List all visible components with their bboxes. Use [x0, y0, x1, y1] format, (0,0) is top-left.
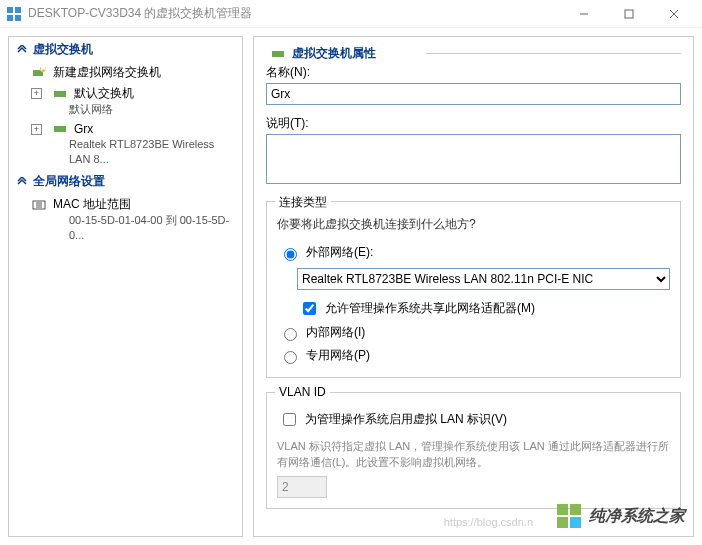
radio-external-label: 外部网络(E): — [306, 244, 373, 261]
titlebar: DESKTOP-CV33D34 的虚拟交换机管理器 — [0, 0, 702, 28]
name-label: 名称(N): — [266, 64, 681, 81]
url-watermark: https://blog.csdn.n — [444, 516, 533, 528]
maximize-button[interactable] — [606, 0, 651, 28]
right-properties-panel: 虚拟交换机属性 名称(N): 说明(T): 连接类型 你要将此虚拟交换机连接到什… — [253, 36, 694, 537]
radio-private-label: 专用网络(P) — [306, 347, 370, 364]
vlan-id-input — [277, 476, 327, 498]
radio-internal[interactable]: 内部网络(I) — [277, 321, 670, 344]
brand-watermark-label: 纯净系统之家 — [589, 506, 685, 527]
expand-icon[interactable]: + — [31, 124, 42, 135]
svg-rect-21 — [570, 517, 581, 528]
content-area: 虚拟交换机 ★ 新建虚拟网络交换机 + 默认交换机 默认网络 + Grx Rea… — [0, 28, 702, 545]
connection-title: 连接类型 — [275, 194, 331, 211]
app-icon — [6, 6, 22, 22]
left-tree-panel: 虚拟交换机 ★ 新建虚拟网络交换机 + 默认交换机 默认网络 + Grx Rea… — [8, 36, 243, 537]
radio-external[interactable]: 外部网络(E): — [277, 241, 670, 264]
panel-header: 虚拟交换机属性 — [266, 53, 681, 54]
mac-range-icon — [31, 197, 47, 213]
radio-internal-label: 内部网络(I) — [306, 324, 365, 341]
svg-rect-17 — [272, 51, 284, 57]
switch-icon — [270, 46, 286, 62]
switch-icon — [52, 121, 68, 137]
tree-item-mac-range-sub: 00-15-5D-01-04-00 到 00-15-5D-0... — [31, 213, 236, 243]
svg-rect-5 — [625, 10, 633, 18]
tree-item-default-switch[interactable]: + 默认交换机 默认网络 — [9, 83, 242, 119]
desc-label: 说明(T): — [266, 115, 681, 132]
radio-private-input[interactable] — [284, 351, 297, 364]
svg-text:★: ★ — [38, 65, 48, 74]
svg-rect-2 — [7, 15, 13, 21]
adapter-select[interactable]: Realtek RTL8723BE Wireless LAN 802.11n P… — [297, 268, 670, 290]
desc-textarea[interactable] — [266, 134, 681, 184]
svg-rect-11 — [54, 91, 66, 97]
checkbox-allow-mgmt-input[interactable] — [303, 302, 316, 315]
tree-section-switches-label: 虚拟交换机 — [33, 41, 93, 58]
connection-question: 你要将此虚拟交换机连接到什么地方? — [277, 216, 670, 233]
chevron-up-icon — [15, 43, 29, 57]
tree-item-grx[interactable]: + Grx Realtek RTL8723BE Wireless LAN 8..… — [9, 119, 242, 169]
tree-item-new-switch-label: 新建虚拟网络交换机 — [53, 64, 161, 81]
svg-rect-18 — [557, 504, 568, 515]
checkbox-allow-mgmt-label: 允许管理操作系统共享此网络适配器(M) — [325, 300, 535, 317]
name-input[interactable] — [266, 83, 681, 105]
tree-section-global[interactable]: 全局网络设置 — [9, 169, 242, 194]
panel-header-label: 虚拟交换机属性 — [292, 45, 376, 62]
vlan-desc: VLAN 标识符指定虚拟 LAN，管理操作系统使用该 LAN 通过此网络适配器进… — [277, 438, 670, 470]
checkbox-allow-mgmt[interactable]: 允许管理操作系统共享此网络适配器(M) — [297, 296, 670, 321]
vlan-groupbox: VLAN ID 为管理操作系统启用虚拟 LAN 标识(V) VLAN 标识符指定… — [266, 392, 681, 509]
tree-section-switches[interactable]: 虚拟交换机 — [9, 37, 242, 62]
svg-rect-1 — [15, 7, 21, 13]
radio-private[interactable]: 专用网络(P) — [277, 344, 670, 367]
tree-item-grx-sub: Realtek RTL8723BE Wireless LAN 8... — [31, 137, 236, 167]
checkbox-vlan-enable[interactable]: 为管理操作系统启用虚拟 LAN 标识(V) — [277, 407, 670, 432]
connection-groupbox: 连接类型 你要将此虚拟交换机连接到什么地方? 外部网络(E): Realtek … — [266, 201, 681, 378]
window-buttons — [561, 0, 696, 28]
checkbox-vlan-enable-label: 为管理操作系统启用虚拟 LAN 标识(V) — [305, 411, 507, 428]
brand-watermark: 纯净系统之家 — [555, 502, 685, 530]
tree-section-global-label: 全局网络设置 — [33, 173, 105, 190]
tree-item-grx-label: Grx — [74, 122, 93, 136]
tree-item-mac-range[interactable]: MAC 地址范围 00-15-5D-01-04-00 到 00-15-5D-0.… — [9, 194, 242, 245]
windows-logo-icon — [555, 502, 583, 530]
minimize-button[interactable] — [561, 0, 606, 28]
tree-item-default-switch-sub: 默认网络 — [31, 102, 236, 117]
switch-icon — [52, 86, 68, 102]
svg-rect-0 — [7, 7, 13, 13]
svg-rect-19 — [570, 504, 581, 515]
vlan-title: VLAN ID — [275, 385, 330, 399]
svg-rect-20 — [557, 517, 568, 528]
window-title: DESKTOP-CV33D34 的虚拟交换机管理器 — [28, 5, 561, 22]
chevron-up-icon — [15, 175, 29, 189]
radio-internal-input[interactable] — [284, 328, 297, 341]
new-switch-icon: ★ — [31, 65, 47, 81]
radio-external-input[interactable] — [284, 248, 297, 261]
tree-item-default-switch-label: 默认交换机 — [74, 85, 134, 102]
svg-rect-3 — [15, 15, 21, 21]
checkbox-vlan-enable-input[interactable] — [283, 413, 296, 426]
close-button[interactable] — [651, 0, 696, 28]
tree-item-mac-range-label: MAC 地址范围 — [53, 196, 131, 213]
tree-item-new-switch[interactable]: ★ 新建虚拟网络交换机 — [9, 62, 242, 83]
svg-rect-12 — [54, 126, 66, 132]
expand-icon[interactable]: + — [31, 88, 42, 99]
